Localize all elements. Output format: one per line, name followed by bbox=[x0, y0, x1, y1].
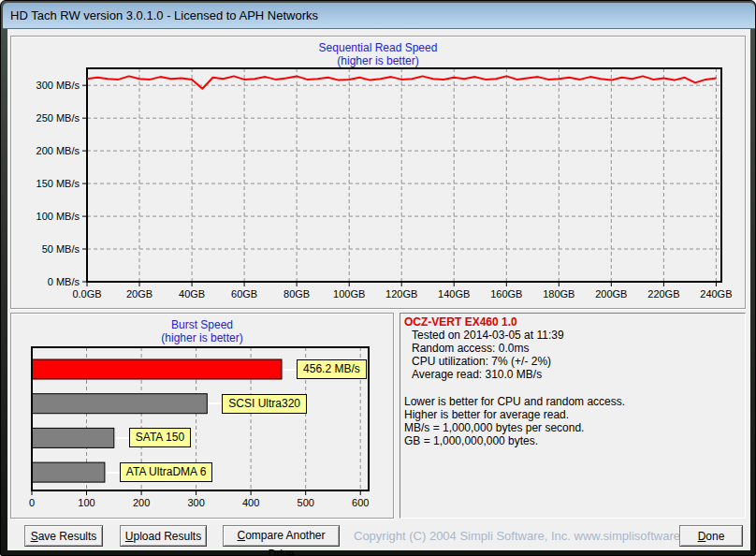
svg-text:200GB: 200GB bbox=[595, 288, 627, 300]
svg-text:20GB: 20GB bbox=[126, 288, 153, 300]
sequential-read-panel: Sequential Read Speed (higher is better)… bbox=[10, 36, 746, 309]
app-window: HD Tach RW version 3.0.1.0 - Licensed to… bbox=[0, 0, 756, 556]
compare-another-drive-button[interactable]: Compare Another Drive bbox=[223, 525, 340, 547]
svg-text:220GB: 220GB bbox=[647, 288, 679, 300]
info-spacer bbox=[404, 381, 739, 395]
bar-label-connector bbox=[284, 369, 298, 371]
client-area: Sequential Read Speed (higher is better)… bbox=[7, 29, 750, 550]
svg-text:50 MB/s: 50 MB/s bbox=[42, 243, 80, 255]
svg-text:100 MB/s: 100 MB/s bbox=[36, 211, 80, 222]
svg-text:300: 300 bbox=[187, 497, 204, 508]
svg-text:200: 200 bbox=[133, 497, 150, 508]
save-results-button[interactable]: Save Results bbox=[24, 525, 103, 547]
done-button[interactable]: Done bbox=[679, 525, 743, 547]
svg-text:200 MB/s: 200 MB/s bbox=[36, 145, 80, 156]
stat-random-access: Random access: 0.0ms bbox=[404, 342, 739, 355]
burst-bar-label-3: ATA UltraDMA 6 bbox=[120, 462, 213, 482]
svg-text:240GB: 240GB bbox=[700, 288, 732, 300]
burst-bar-label-2: SATA 150 bbox=[129, 428, 191, 447]
bar-label-connector bbox=[116, 437, 130, 439]
burst-speed-chart: 0100200300400500600 bbox=[11, 314, 393, 518]
svg-text:600: 600 bbox=[352, 497, 369, 508]
svg-text:400: 400 bbox=[242, 497, 259, 508]
svg-text:80GB: 80GB bbox=[284, 288, 310, 300]
stat-cpu-utilization: CPU utilization: 7% (+/- 2%) bbox=[404, 355, 739, 368]
copyright-text: Copyright (C) 2004 Simpli Software, Inc.… bbox=[354, 529, 672, 543]
sequential-read-chart: 0 MB/s50 MB/s100 MB/s150 MB/s200 MB/s250… bbox=[11, 37, 745, 308]
note-line-2: Higher is better for average read. bbox=[404, 408, 739, 421]
note-line-1: Lower is better for CPU and random acces… bbox=[404, 395, 739, 408]
svg-text:140GB: 140GB bbox=[438, 288, 470, 300]
svg-text:150 MB/s: 150 MB/s bbox=[36, 178, 80, 189]
upload-results-button[interactable]: Upload Results bbox=[120, 525, 207, 547]
note-line-4: GB = 1,000,000,000 bytes. bbox=[404, 434, 739, 447]
svg-text:100: 100 bbox=[78, 497, 94, 508]
svg-text:250 MB/s: 250 MB/s bbox=[36, 112, 80, 124]
stat-average-read: Average read: 310.0 MB/s bbox=[404, 368, 739, 381]
svg-text:300 MB/s: 300 MB/s bbox=[36, 80, 80, 91]
bar-label-connector bbox=[107, 472, 121, 474]
bar-label-connector bbox=[209, 402, 223, 404]
svg-text:100GB: 100GB bbox=[333, 288, 365, 300]
stat-tested-on: Tested on 2014-03-05 at 11:39 bbox=[404, 329, 739, 342]
svg-text:0.0GB: 0.0GB bbox=[72, 288, 101, 300]
note-line-3: MB/s = 1,000,000 bytes per second. bbox=[404, 421, 739, 434]
svg-text:180GB: 180GB bbox=[543, 288, 574, 300]
window-title: HD Tach RW version 3.0.1.0 - Licensed to… bbox=[10, 8, 318, 22]
svg-text:40GB: 40GB bbox=[179, 288, 205, 300]
burst-bar-label-1: SCSI Ultra320 bbox=[222, 394, 307, 414]
svg-text:60GB: 60GB bbox=[231, 288, 257, 300]
burst-bar-label-0: 456.2 MB/s bbox=[297, 359, 367, 379]
svg-text:0: 0 bbox=[29, 497, 35, 508]
drive-name: OCZ-VERT EX460 1.0 bbox=[404, 315, 739, 329]
burst-speed-panel: Burst Speed (higher is better) 010020030… bbox=[10, 313, 394, 519]
drive-info-panel: OCZ-VERT EX460 1.0 Tested on 2014-03-05 … bbox=[400, 313, 746, 519]
svg-text:0 MB/s: 0 MB/s bbox=[48, 276, 80, 287]
svg-text:160GB: 160GB bbox=[490, 288, 522, 300]
svg-text:500: 500 bbox=[298, 497, 314, 508]
titlebar[interactable]: HD Tach RW version 3.0.1.0 - Licensed to… bbox=[3, 3, 755, 29]
svg-text:120GB: 120GB bbox=[385, 288, 417, 300]
